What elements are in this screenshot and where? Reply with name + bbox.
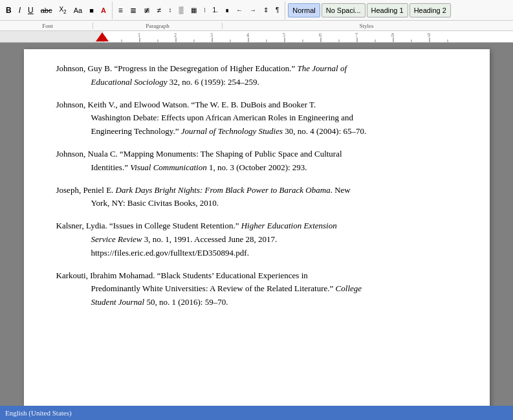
align-right-icon: ≢ <box>144 6 150 15</box>
bib-entry: Joseph, Peniel E. Dark Days Bright Night… <box>56 184 457 211</box>
document-page[interactable]: Johnson, Guy B. “Progress in the Desegre… <box>24 49 490 406</box>
strikethrough-icon: abc <box>41 6 52 14</box>
bib-continuation: Engineering Technology.” Journal of Tech… <box>56 125 457 138</box>
ribbon-labels: Font Paragraph Styles <box>0 21 513 31</box>
bib-first-line: Johnson, Guy B. “Progress in the Desegre… <box>56 62 457 76</box>
bib-text: Predominantly White Universities: A Revi… <box>91 283 362 293</box>
numbering-button[interactable]: 1. <box>210 3 221 18</box>
change-case-icon: Aa <box>74 6 82 14</box>
bib-text: https://files.eric.ed.gov/fulltext/ED350… <box>91 248 249 258</box>
multilevel-icon: ∎ <box>225 6 229 14</box>
line-spacing-icon: ↕ <box>168 6 171 14</box>
svg-text:7: 7 <box>355 32 358 38</box>
bold-button[interactable]: B <box>3 3 15 18</box>
justify-button[interactable]: ≠ <box>154 3 165 18</box>
subscript-icon: X2 <box>59 6 66 15</box>
font-group: B I U abc X2 Aa ■ A <box>3 1 113 19</box>
bib-text: Engineering Technology.” Journal of Tech… <box>91 126 367 136</box>
bold-icon: B <box>6 6 12 15</box>
show-formatting-button[interactable]: ¶ <box>272 3 282 18</box>
bib-text: Washington Debate: Effects upon African … <box>91 113 354 122</box>
subscript-button[interactable]: X2 <box>56 3 69 18</box>
bib-text: Kalsner, Lydia. “Issues in College Stude… <box>56 221 337 230</box>
bib-text: York, NY: Basic Civitas Books, 2010. <box>91 198 219 208</box>
bib-first-line: Johnson, Nuala C. “Mapping Monuments: Th… <box>56 148 457 161</box>
svg-text:4: 4 <box>246 32 249 38</box>
italic-icon: I <box>19 6 21 15</box>
styles-label: Styles <box>223 23 510 29</box>
bib-continuation: York, NY: Basic Civitas Books, 2010. <box>56 197 457 210</box>
align-center-button[interactable]: ≣ <box>127 3 140 18</box>
paragraph-group: ≡ ≣ ≢ ≠ ↕ ▒ ▦ ⁝ 1. ∎ ← → ⇕ ¶ <box>115 1 285 19</box>
bib-continuation: Predominantly White Universities: A Revi… <box>56 282 457 296</box>
italic-button[interactable]: I <box>16 3 24 18</box>
ruler-arrow-indicator <box>96 32 109 43</box>
align-center-icon: ≣ <box>130 6 136 15</box>
align-left-button[interactable]: ≡ <box>115 3 126 18</box>
svg-marker-0 <box>96 32 109 41</box>
increase-indent-button[interactable]: → <box>246 3 259 18</box>
decrease-indent-button[interactable]: ← <box>233 3 246 18</box>
svg-text:3: 3 <box>210 32 213 38</box>
highlight-icon: ■ <box>89 6 94 14</box>
bib-text: Educational Sociology 32, no. 6 (1959): … <box>91 77 259 87</box>
bib-entry: Johnson, Guy B. “Progress in the Desegre… <box>56 62 457 89</box>
no-spacing-button[interactable]: No Spaci... <box>322 3 366 17</box>
sort-icon: ⇕ <box>263 6 268 14</box>
ruler-ticks: . 1 2 3 4 5 6 7 8 9 <box>104 31 466 43</box>
bib-continuation: Washington Debate: Effects upon African … <box>56 111 457 125</box>
show-formatting-icon: ¶ <box>276 6 279 14</box>
justify-icon: ≠ <box>157 6 162 15</box>
font-label: Font <box>3 23 93 29</box>
bib-text: Joseph, Peniel E. Dark Days Bright Night… <box>56 185 351 195</box>
increase-indent-icon: → <box>250 6 256 14</box>
font-color-button[interactable]: A <box>98 3 109 18</box>
bib-first-line: Karkouti, Ibrahim Mohamad. “Black Studen… <box>56 269 457 283</box>
strikethrough-button[interactable]: abc <box>38 3 56 18</box>
bib-entry: Johnson, Keith V., and Elwood Watson. “T… <box>56 98 457 138</box>
document-wrapper: Johnson, Guy B. “Progress in the Desegre… <box>0 43 513 406</box>
ruler: . 1 2 3 4 5 6 7 8 9 <box>0 31 513 43</box>
shading-button[interactable]: ▒ <box>175 3 186 18</box>
bib-continuation: Student Journal 50, no. 1 (2016): 59–70. <box>56 296 457 309</box>
heading2-button[interactable]: Heading 2 <box>409 3 451 17</box>
borders-icon: ▦ <box>191 6 197 14</box>
bullets-icon: ⁝ <box>204 6 206 14</box>
bib-text: Johnson, Keith V., and Elwood Watson. “T… <box>56 100 316 109</box>
underline-icon: U <box>28 6 34 15</box>
bib-text: Service Review 3, no. 1, 1991. Accessed … <box>91 234 278 244</box>
bib-text: Student Journal 50, no. 1 (2016): 59–70. <box>91 297 228 307</box>
bib-continuation: Identities.” Visual Communication 1, no.… <box>56 161 457 175</box>
styles-group: Normal No Spaci... Heading 1 Heading 2 <box>288 3 451 17</box>
sort-button[interactable]: ⇕ <box>260 3 272 18</box>
decrease-indent-icon: ← <box>236 6 243 14</box>
svg-text:6: 6 <box>319 32 322 38</box>
borders-button[interactable]: ▦ <box>188 3 200 18</box>
multilevel-list-button[interactable]: ∎ <box>222 3 232 18</box>
toolbar: B I U abc X2 Aa ■ A ≡ ≣ ≢ ≠ ↕ ▒ ▦ ⁝ 1. ∎… <box>0 0 513 21</box>
svg-text:8: 8 <box>391 32 394 38</box>
normal-style-button[interactable]: Normal <box>288 3 320 17</box>
change-case-button[interactable]: Aa <box>71 3 85 18</box>
paragraph-label: Paragraph <box>93 23 223 29</box>
bib-first-line: Joseph, Peniel E. Dark Days Bright Night… <box>56 184 457 197</box>
highlight-button[interactable]: ■ <box>86 3 97 18</box>
font-color-icon: A <box>101 6 106 14</box>
line-spacing-button[interactable]: ↕ <box>165 3 175 18</box>
bib-entry: Karkouti, Ibrahim Mohamad. “Black Studen… <box>56 269 457 309</box>
bullets-button[interactable]: ⁝ <box>201 3 209 18</box>
svg-text:5: 5 <box>283 32 285 38</box>
bib-text: Karkouti, Ibrahim Mohamad. “Black Studen… <box>56 271 308 280</box>
bib-entry: Kalsner, Lydia. “Issues in College Stude… <box>56 219 457 260</box>
bib-continuation: Educational Sociology 32, no. 6 (1959): … <box>56 76 457 89</box>
underline-button[interactable]: U <box>25 3 37 18</box>
align-right-button[interactable]: ≢ <box>140 3 153 18</box>
svg-text:2: 2 <box>174 32 177 38</box>
bib-entry: Johnson, Nuala C. “Mapping Monuments: Th… <box>56 148 457 175</box>
bib-first-line: Johnson, Keith V., and Elwood Watson. “T… <box>56 98 457 112</box>
svg-text:9: 9 <box>428 32 430 38</box>
align-left-icon: ≡ <box>118 6 123 15</box>
heading1-button[interactable]: Heading 1 <box>367 3 408 17</box>
language-status: English (United States) <box>5 409 72 417</box>
shading-icon: ▒ <box>179 6 183 14</box>
